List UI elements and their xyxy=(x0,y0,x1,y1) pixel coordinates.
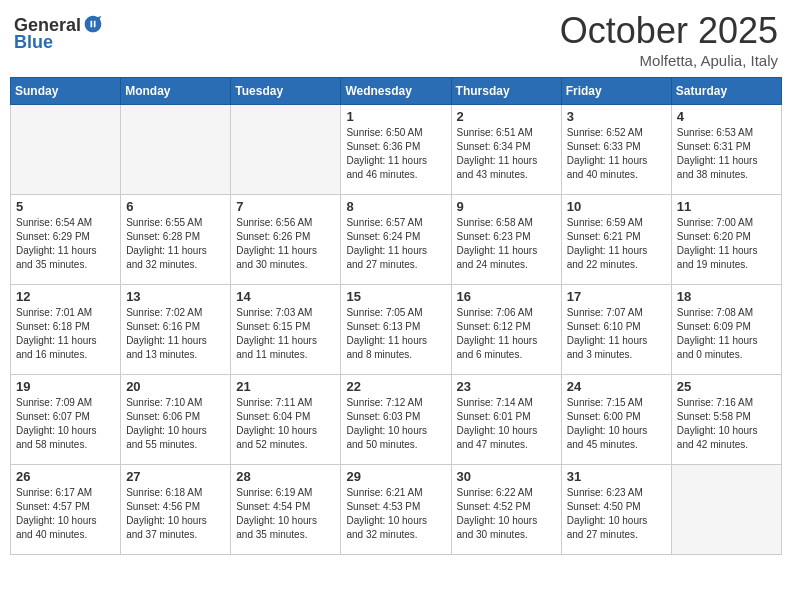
calendar-cell: 13Sunrise: 7:02 AM Sunset: 6:16 PM Dayli… xyxy=(121,285,231,375)
week-row: 12Sunrise: 7:01 AM Sunset: 6:18 PM Dayli… xyxy=(11,285,782,375)
day-number: 22 xyxy=(346,379,445,394)
calendar-cell xyxy=(11,105,121,195)
day-info: Sunrise: 6:54 AM Sunset: 6:29 PM Dayligh… xyxy=(16,216,115,272)
calendar-cell: 9Sunrise: 6:58 AM Sunset: 6:23 PM Daylig… xyxy=(451,195,561,285)
calendar-cell: 10Sunrise: 6:59 AM Sunset: 6:21 PM Dayli… xyxy=(561,195,671,285)
day-info: Sunrise: 7:06 AM Sunset: 6:12 PM Dayligh… xyxy=(457,306,556,362)
calendar-cell: 5Sunrise: 6:54 AM Sunset: 6:29 PM Daylig… xyxy=(11,195,121,285)
calendar-cell: 8Sunrise: 6:57 AM Sunset: 6:24 PM Daylig… xyxy=(341,195,451,285)
month-title: October 2025 xyxy=(560,10,778,52)
day-number: 31 xyxy=(567,469,666,484)
day-number: 18 xyxy=(677,289,776,304)
calendar-cell: 25Sunrise: 7:16 AM Sunset: 5:58 PM Dayli… xyxy=(671,375,781,465)
weekday-header: Thursday xyxy=(451,78,561,105)
week-row: 1Sunrise: 6:50 AM Sunset: 6:36 PM Daylig… xyxy=(11,105,782,195)
calendar-cell: 6Sunrise: 6:55 AM Sunset: 6:28 PM Daylig… xyxy=(121,195,231,285)
weekday-header: Friday xyxy=(561,78,671,105)
day-number: 11 xyxy=(677,199,776,214)
day-info: Sunrise: 7:08 AM Sunset: 6:09 PM Dayligh… xyxy=(677,306,776,362)
weekday-header: Saturday xyxy=(671,78,781,105)
day-number: 13 xyxy=(126,289,225,304)
week-row: 5Sunrise: 6:54 AM Sunset: 6:29 PM Daylig… xyxy=(11,195,782,285)
day-number: 28 xyxy=(236,469,335,484)
day-info: Sunrise: 6:23 AM Sunset: 4:50 PM Dayligh… xyxy=(567,486,666,542)
day-info: Sunrise: 6:56 AM Sunset: 6:26 PM Dayligh… xyxy=(236,216,335,272)
day-number: 5 xyxy=(16,199,115,214)
calendar-cell: 17Sunrise: 7:07 AM Sunset: 6:10 PM Dayli… xyxy=(561,285,671,375)
day-number: 15 xyxy=(346,289,445,304)
day-number: 10 xyxy=(567,199,666,214)
day-info: Sunrise: 7:01 AM Sunset: 6:18 PM Dayligh… xyxy=(16,306,115,362)
day-number: 12 xyxy=(16,289,115,304)
day-info: Sunrise: 6:53 AM Sunset: 6:31 PM Dayligh… xyxy=(677,126,776,182)
day-number: 30 xyxy=(457,469,556,484)
day-number: 19 xyxy=(16,379,115,394)
day-info: Sunrise: 7:07 AM Sunset: 6:10 PM Dayligh… xyxy=(567,306,666,362)
calendar-cell: 28Sunrise: 6:19 AM Sunset: 4:54 PM Dayli… xyxy=(231,465,341,555)
day-number: 2 xyxy=(457,109,556,124)
weekday-header: Sunday xyxy=(11,78,121,105)
day-number: 24 xyxy=(567,379,666,394)
calendar-cell xyxy=(671,465,781,555)
logo: General Blue xyxy=(14,14,103,53)
day-number: 8 xyxy=(346,199,445,214)
day-number: 4 xyxy=(677,109,776,124)
calendar-cell: 26Sunrise: 6:17 AM Sunset: 4:57 PM Dayli… xyxy=(11,465,121,555)
calendar-cell: 15Sunrise: 7:05 AM Sunset: 6:13 PM Dayli… xyxy=(341,285,451,375)
calendar-cell: 3Sunrise: 6:52 AM Sunset: 6:33 PM Daylig… xyxy=(561,105,671,195)
calendar-cell: 18Sunrise: 7:08 AM Sunset: 6:09 PM Dayli… xyxy=(671,285,781,375)
week-row: 19Sunrise: 7:09 AM Sunset: 6:07 PM Dayli… xyxy=(11,375,782,465)
calendar-cell: 31Sunrise: 6:23 AM Sunset: 4:50 PM Dayli… xyxy=(561,465,671,555)
calendar-cell: 29Sunrise: 6:21 AM Sunset: 4:53 PM Dayli… xyxy=(341,465,451,555)
calendar-cell: 19Sunrise: 7:09 AM Sunset: 6:07 PM Dayli… xyxy=(11,375,121,465)
calendar-cell: 27Sunrise: 6:18 AM Sunset: 4:56 PM Dayli… xyxy=(121,465,231,555)
calendar-cell: 11Sunrise: 7:00 AM Sunset: 6:20 PM Dayli… xyxy=(671,195,781,285)
calendar-cell: 4Sunrise: 6:53 AM Sunset: 6:31 PM Daylig… xyxy=(671,105,781,195)
day-number: 9 xyxy=(457,199,556,214)
weekday-header: Monday xyxy=(121,78,231,105)
calendar-cell: 20Sunrise: 7:10 AM Sunset: 6:06 PM Dayli… xyxy=(121,375,231,465)
day-info: Sunrise: 7:05 AM Sunset: 6:13 PM Dayligh… xyxy=(346,306,445,362)
day-info: Sunrise: 7:00 AM Sunset: 6:20 PM Dayligh… xyxy=(677,216,776,272)
location-subtitle: Molfetta, Apulia, Italy xyxy=(560,52,778,69)
day-info: Sunrise: 7:16 AM Sunset: 5:58 PM Dayligh… xyxy=(677,396,776,452)
day-number: 14 xyxy=(236,289,335,304)
day-number: 23 xyxy=(457,379,556,394)
week-row: 26Sunrise: 6:17 AM Sunset: 4:57 PM Dayli… xyxy=(11,465,782,555)
day-info: Sunrise: 6:17 AM Sunset: 4:57 PM Dayligh… xyxy=(16,486,115,542)
calendar-cell: 23Sunrise: 7:14 AM Sunset: 6:01 PM Dayli… xyxy=(451,375,561,465)
weekday-header: Wednesday xyxy=(341,78,451,105)
day-info: Sunrise: 6:21 AM Sunset: 4:53 PM Dayligh… xyxy=(346,486,445,542)
day-info: Sunrise: 7:14 AM Sunset: 6:01 PM Dayligh… xyxy=(457,396,556,452)
day-number: 26 xyxy=(16,469,115,484)
calendar-cell: 1Sunrise: 6:50 AM Sunset: 6:36 PM Daylig… xyxy=(341,105,451,195)
day-info: Sunrise: 7:02 AM Sunset: 6:16 PM Dayligh… xyxy=(126,306,225,362)
day-number: 1 xyxy=(346,109,445,124)
calendar-cell: 2Sunrise: 6:51 AM Sunset: 6:34 PM Daylig… xyxy=(451,105,561,195)
day-info: Sunrise: 6:57 AM Sunset: 6:24 PM Dayligh… xyxy=(346,216,445,272)
day-info: Sunrise: 6:59 AM Sunset: 6:21 PM Dayligh… xyxy=(567,216,666,272)
logo-blue: Blue xyxy=(14,32,53,53)
day-number: 6 xyxy=(126,199,225,214)
day-number: 20 xyxy=(126,379,225,394)
day-info: Sunrise: 6:51 AM Sunset: 6:34 PM Dayligh… xyxy=(457,126,556,182)
page-header: General Blue October 2025 Molfetta, Apul… xyxy=(10,10,782,69)
day-info: Sunrise: 7:10 AM Sunset: 6:06 PM Dayligh… xyxy=(126,396,225,452)
calendar-cell: 16Sunrise: 7:06 AM Sunset: 6:12 PM Dayli… xyxy=(451,285,561,375)
day-info: Sunrise: 6:52 AM Sunset: 6:33 PM Dayligh… xyxy=(567,126,666,182)
day-info: Sunrise: 7:15 AM Sunset: 6:00 PM Dayligh… xyxy=(567,396,666,452)
calendar-cell: 22Sunrise: 7:12 AM Sunset: 6:03 PM Dayli… xyxy=(341,375,451,465)
day-info: Sunrise: 7:03 AM Sunset: 6:15 PM Dayligh… xyxy=(236,306,335,362)
title-section: October 2025 Molfetta, Apulia, Italy xyxy=(560,10,778,69)
day-number: 25 xyxy=(677,379,776,394)
calendar-cell: 21Sunrise: 7:11 AM Sunset: 6:04 PM Dayli… xyxy=(231,375,341,465)
day-number: 16 xyxy=(457,289,556,304)
day-info: Sunrise: 7:09 AM Sunset: 6:07 PM Dayligh… xyxy=(16,396,115,452)
day-info: Sunrise: 6:55 AM Sunset: 6:28 PM Dayligh… xyxy=(126,216,225,272)
day-number: 7 xyxy=(236,199,335,214)
calendar-table: SundayMondayTuesdayWednesdayThursdayFrid… xyxy=(10,77,782,555)
day-number: 29 xyxy=(346,469,445,484)
day-number: 21 xyxy=(236,379,335,394)
calendar-cell: 30Sunrise: 6:22 AM Sunset: 4:52 PM Dayli… xyxy=(451,465,561,555)
calendar-cell: 12Sunrise: 7:01 AM Sunset: 6:18 PM Dayli… xyxy=(11,285,121,375)
